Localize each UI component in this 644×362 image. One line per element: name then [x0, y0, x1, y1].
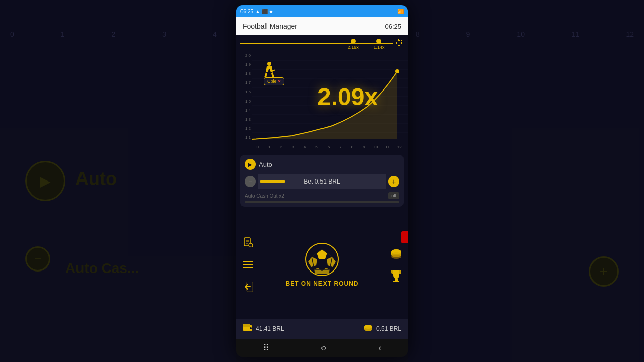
- history-dot-1: [351, 39, 356, 44]
- svg-point-34: [391, 255, 401, 259]
- phone-frame: 06:25 ▲ ⬛ ★ 📶 Football Manager 06:25 2.1…: [236, 5, 408, 357]
- y-label-20: 2.0: [237, 53, 251, 58]
- x-axis: 0 1 2 3 4 5 6 7 8 9 10 11 12: [236, 142, 408, 152]
- bet-amount-balance: 0.51 BRL: [376, 325, 401, 332]
- signal-icons: 📶: [397, 9, 404, 14]
- trophy-icon[interactable]: [389, 268, 404, 283]
- auto-cashout-slider[interactable]: [245, 201, 399, 203]
- nav-back-icon[interactable]: ‹: [378, 343, 381, 353]
- x-label-1: 1: [264, 145, 276, 149]
- coins-icon[interactable]: [389, 246, 404, 260]
- app-title: Football Manager: [243, 22, 297, 30]
- x-label-10: 10: [370, 145, 382, 149]
- play-symbol: ▶: [248, 162, 252, 167]
- bg-auto-text: Auto: [75, 168, 117, 190]
- header-time: 06:25: [385, 23, 401, 30]
- multiplier-display: 2.09x: [317, 83, 378, 111]
- y-axis: 2.0 1.9 1.8 1.7 1.6 1.5 1.4 1.3 1.2 1.1: [236, 51, 252, 142]
- y-label-18: 1.8: [237, 71, 251, 76]
- wallet-balance-text: 41.41 BRL: [256, 325, 284, 332]
- svg-rect-38: [243, 324, 250, 327]
- y-label-14: 1.4: [237, 108, 251, 113]
- tooltip[interactable]: Cble ×: [264, 77, 284, 85]
- tooltip-label: Cble: [267, 79, 277, 84]
- y-label-17: 1.7: [237, 80, 251, 85]
- bet-amount-bar: Bet 0.51 BRL: [258, 174, 386, 189]
- action-area: +: [236, 210, 408, 319]
- history-marker-2: 1.14x: [373, 39, 384, 50]
- chart-canvas: Cble × 2.09x: [252, 51, 408, 142]
- status-bar-right: 📶: [397, 9, 404, 14]
- history-line: 2.19x 1.14x: [240, 43, 393, 44]
- svg-point-10: [267, 62, 271, 66]
- app-header: Football Manager 06:25: [236, 17, 408, 35]
- history-bar: 2.19x 1.14x ⏱: [236, 35, 408, 51]
- x-label-0: 0: [252, 145, 264, 149]
- svg-text:+: +: [250, 245, 252, 247]
- history-val-1: 2.19x: [348, 45, 359, 50]
- right-icons: [389, 246, 404, 283]
- bg-right-panel: +: [408, 0, 644, 362]
- auto-cashout-label: Auto Cash Out x2: [245, 193, 284, 199]
- y-label-15: 1.5: [237, 99, 251, 104]
- svg-point-39: [250, 327, 252, 329]
- off-badge: off: [388, 192, 399, 199]
- tooltip-close[interactable]: ×: [278, 79, 281, 84]
- menu-icon[interactable]: [240, 257, 255, 272]
- y-label-19: 1.9: [237, 62, 251, 67]
- status-time: 06:25: [240, 9, 253, 14]
- auto-label: Auto: [259, 161, 272, 168]
- x-label-3: 3: [287, 145, 299, 149]
- back-icon[interactable]: [240, 280, 255, 294]
- y-label-13: 1.3: [237, 117, 251, 122]
- bg-autocashout-text: Auto Cas...: [65, 260, 139, 277]
- bet-next-label: BET ON NEXT ROUND: [285, 280, 358, 287]
- x-label-6: 6: [323, 145, 335, 149]
- balance-bar: 41.41 BRL 0.51 BRL: [236, 319, 408, 339]
- clock-icon: ⏱: [395, 39, 404, 48]
- x-label-7: 7: [335, 145, 347, 149]
- main-content: 2.19x 1.14x ⏱ 2.0 1.9 1.8 1.7 1.6 1.5 1.…: [236, 35, 408, 339]
- svg-point-43: [364, 325, 372, 329]
- notification-dot: [401, 231, 408, 243]
- bet-slider: [260, 180, 285, 183]
- x-label-2: 2: [275, 145, 287, 149]
- status-bar-left: 06:25 ▲ ⬛ ★: [240, 9, 274, 14]
- y-label-11: 1.1: [237, 135, 251, 140]
- svg-rect-35: [395, 279, 398, 281]
- nav-menu-icon[interactable]: ⠿: [263, 342, 269, 353]
- football-icon: [304, 242, 340, 277]
- history-dot-2: [376, 39, 381, 44]
- history-val-2: 1.14x: [373, 45, 384, 50]
- wallet-icon: [243, 324, 253, 334]
- bet-amount-text: Bet 0.51 BRL: [304, 178, 340, 185]
- y-label-16: 1.6: [237, 89, 251, 94]
- bet-balance: 0.51 BRL: [363, 323, 401, 334]
- nav-home-icon[interactable]: ○: [321, 343, 327, 353]
- x-label-5: 5: [311, 145, 323, 149]
- x-label-4: 4: [299, 145, 311, 149]
- wallet-balance: 41.41 BRL: [243, 324, 284, 334]
- bet-plus-button[interactable]: +: [388, 176, 399, 187]
- auto-play-icon[interactable]: ▶: [245, 159, 256, 170]
- svg-point-33: [391, 249, 401, 254]
- bg-left-panel: ▶ Auto − Auto Cas...: [0, 0, 236, 362]
- history-marker-1: 2.19x: [348, 39, 359, 50]
- y-label-12: 1.2: [237, 126, 251, 131]
- bg-auto-circle: ▶: [25, 161, 65, 201]
- svg-rect-36: [393, 281, 399, 282]
- bet-on-next-round-button[interactable]: BET ON NEXT ROUND: [285, 242, 358, 287]
- x-label-8: 8: [346, 145, 358, 149]
- status-icons: ▲ ⬛ ★: [255, 9, 273, 14]
- bet-panel-header: ▶ Auto: [245, 159, 399, 170]
- svg-point-9: [395, 69, 399, 73]
- x-label-12: 12: [393, 145, 406, 149]
- bet-minus-button[interactable]: −: [245, 176, 256, 187]
- auto-cashout-row: Auto Cash Out x2 off: [245, 192, 399, 199]
- sidebar-icons: +: [240, 235, 255, 294]
- status-bar: 06:25 ▲ ⬛ ★ 📶: [236, 5, 408, 17]
- android-nav-bar: ⠿ ○ ‹: [236, 339, 408, 357]
- bg-minus-circle: −: [25, 246, 50, 272]
- document-icon[interactable]: +: [240, 235, 255, 249]
- x-label-11: 11: [382, 145, 394, 149]
